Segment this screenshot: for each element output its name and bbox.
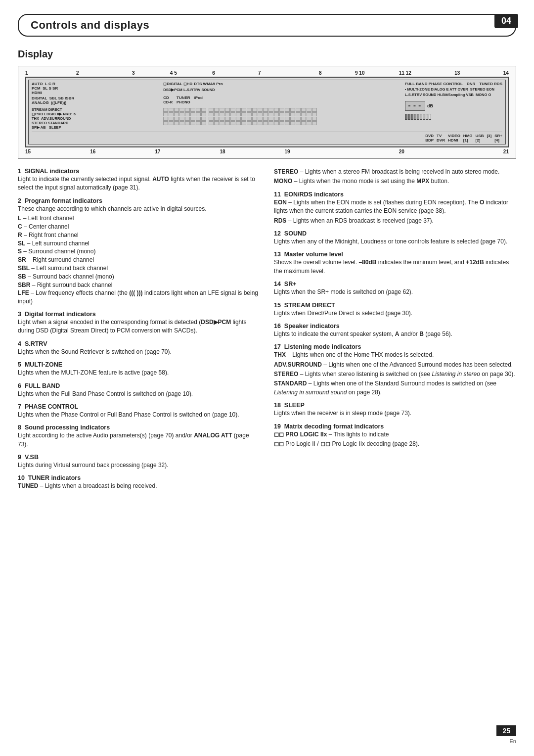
header-bar: Controls and displays xyxy=(18,14,516,37)
indicator-2: 2 Program format indicators These change… xyxy=(18,197,260,306)
indicator-tuner-cont: STEREO – Lights when a stereo FM broadca… xyxy=(274,168,516,186)
page-title: Controls and displays xyxy=(31,19,149,32)
indicator-3: 3 Digital format indicators Light when a… xyxy=(18,311,260,335)
page-footer: 25 En xyxy=(496,725,516,744)
indicator-17: 17 Listening mode indicators THX – Light… xyxy=(274,343,516,397)
matrix-bars xyxy=(163,108,317,125)
indicator-1: 1 SIGNAL indicators Light to indicate th… xyxy=(18,168,260,192)
page-number: 25 xyxy=(496,725,516,736)
indicator-10: 10 TUNER indicators TUNED – Lights when … xyxy=(18,474,260,490)
diagram-numbers-bottom: 15 16 17 18 19 20 21 xyxy=(23,149,511,154)
main-content: Display 1 2 3 4 5 6 7 8 9 10 11 12 13 14 xyxy=(18,48,516,496)
diagram-wrapper: AUTO L C R PCM SL S SR HDMI DIGITAL SBL … xyxy=(25,77,509,147)
chapter-badge: 04 xyxy=(494,14,518,28)
indicator-6: 6 FULL BAND Lights when the Full Band Ph… xyxy=(18,382,260,398)
display-diagram: 1 2 3 4 5 6 7 8 9 10 11 12 13 14 AUTO L … xyxy=(18,66,516,159)
section-title: Display xyxy=(18,48,516,60)
diagram-numbers-top: 1 2 3 4 5 6 7 8 9 10 11 12 13 14 xyxy=(23,70,511,76)
indicator-9: 9 V.SB Lights during Virtual surround ba… xyxy=(18,454,260,470)
indicator-11: 11 EON/RDS indicators EON – Lights when … xyxy=(274,191,516,225)
right-column: STEREO – Lights when a stereo FM broadca… xyxy=(274,168,516,496)
level-bar-graph xyxy=(405,114,502,120)
source-indicators-row: DVDBDP TVDVR VIDEOHDMI HMG[1] USB[2] [3]… xyxy=(32,132,502,142)
indicator-13: 13 Master volume level Shows the overall… xyxy=(274,251,516,276)
indicator-16: 16 Speaker indicators Lights to indicate… xyxy=(274,323,516,338)
left-column: 1 SIGNAL indicators Light to indicate th… xyxy=(18,168,260,496)
indicator-12: 12 SOUND Lights when any of the Midnight… xyxy=(274,230,516,246)
indicator-7: 7 PHASE CONTROL Lights when the Phase Co… xyxy=(18,403,260,419)
indicator-19: 19 Matrix decoding format indicators ◻◻ … xyxy=(274,423,516,449)
signal-col: AUTO L C R PCM SL S SR HDMI DIGITAL SBL … xyxy=(32,82,76,130)
format-col: ◻DIGITAL ◻HD DTS WMA9 Pro DSD▶PCM L-S.RT… xyxy=(163,82,317,125)
page-lang: En xyxy=(510,738,516,744)
indicator-15: 15 STREAM DIRECT Lights when Direct/Pure… xyxy=(274,302,516,318)
indicator-18: 18 SLEEP Lights when the receiver is in … xyxy=(274,402,516,418)
display-top-area: AUTO L C R PCM SL S SR HDMI DIGITAL SBL … xyxy=(32,82,502,130)
indicator-descriptions: 1 SIGNAL indicators Light to indicate th… xyxy=(18,168,516,496)
indicator-5: 5 MULTI-ZONE Lights when the MULTI-ZONE … xyxy=(18,361,260,377)
indicator-8: 8 Sound processing indicators Light acco… xyxy=(18,424,260,449)
indicator-14: 14 SR+ Lights when the SR+ mode is switc… xyxy=(274,281,516,296)
indicator-4: 4 S.RTRV Lights when the Sound Retriever… xyxy=(18,340,260,356)
volume-display: --- dB xyxy=(405,101,502,111)
right-indicators-col: FULL BAND PHASE CONTROL DNR TUNED RDS • … xyxy=(405,82,502,120)
display-panel: AUTO L C R PCM SL S SR HDMI DIGITAL SBL … xyxy=(28,80,506,144)
